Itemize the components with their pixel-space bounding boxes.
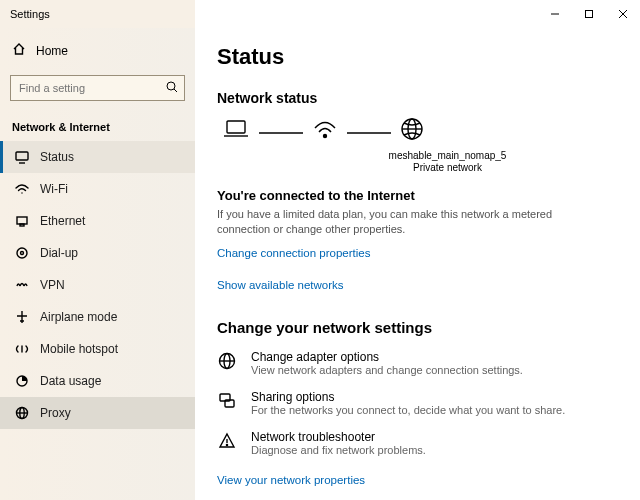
- window-controls: [538, 0, 640, 28]
- network-status-heading: Network status: [217, 90, 618, 106]
- wifi-signal-icon: [311, 117, 339, 145]
- view-properties-link[interactable]: View your network properties: [217, 474, 365, 486]
- proxy-icon: [14, 405, 30, 421]
- connected-heading: You're connected to the Internet: [217, 188, 618, 203]
- vpn-icon: [14, 277, 30, 293]
- home-label: Home: [36, 44, 68, 58]
- network-name: meshable_main_nomap_5: [277, 150, 618, 162]
- option-desc: For the networks you connect to, decide …: [251, 404, 565, 416]
- option-label: Network troubleshooter: [251, 430, 426, 444]
- sidebar-item-label: Proxy: [40, 406, 71, 420]
- search-icon: [165, 80, 179, 98]
- sidebar-item-hotspot[interactable]: Mobile hotspot: [0, 333, 195, 365]
- title-bar: Settings: [0, 0, 640, 28]
- sidebar-item-airplane[interactable]: Airplane mode: [0, 301, 195, 333]
- svg-rect-6: [16, 152, 28, 160]
- svg-point-4: [167, 82, 175, 90]
- sidebar-item-wifi[interactable]: Wi-Fi: [0, 173, 195, 205]
- laptop-icon: [221, 117, 251, 145]
- sidebar-item-vpn[interactable]: VPN: [0, 269, 195, 301]
- sidebar-item-label: Dial-up: [40, 246, 78, 260]
- troubleshoot-icon: [217, 430, 239, 456]
- sidebar-item-label: Airplane mode: [40, 310, 117, 324]
- adapter-icon: [217, 350, 239, 376]
- svg-rect-8: [17, 217, 27, 224]
- svg-line-5: [174, 89, 177, 92]
- change-connection-link[interactable]: Change connection properties: [217, 247, 370, 259]
- svg-rect-16: [227, 121, 245, 133]
- svg-point-11: [21, 252, 24, 255]
- sidebar-item-label: Mobile hotspot: [40, 342, 118, 356]
- close-button[interactable]: [606, 0, 640, 28]
- option-sharing[interactable]: Sharing options For the networks you con…: [217, 390, 618, 416]
- sidebar-item-label: Data usage: [40, 374, 101, 388]
- option-label: Change adapter options: [251, 350, 523, 364]
- home-button[interactable]: Home: [0, 36, 195, 65]
- sidebar-item-status[interactable]: Status: [0, 141, 195, 173]
- sidebar: Home Network & Internet Status Wi-Fi Eth: [0, 28, 195, 500]
- page-title: Status: [217, 44, 618, 70]
- network-type: Private network: [277, 162, 618, 174]
- home-icon: [12, 42, 26, 59]
- svg-rect-9: [20, 224, 24, 226]
- ethernet-icon: [14, 213, 30, 229]
- option-troubleshooter[interactable]: Network troubleshooter Diagnose and fix …: [217, 430, 618, 456]
- sharing-icon: [217, 390, 239, 416]
- sidebar-item-datausage[interactable]: Data usage: [0, 365, 195, 397]
- option-desc: View network adapters and change connect…: [251, 364, 523, 376]
- svg-point-30: [226, 444, 227, 445]
- window-title: Settings: [10, 8, 50, 20]
- connection-line-icon: [259, 122, 303, 140]
- sidebar-section-heading: Network & Internet: [0, 115, 195, 141]
- show-networks-link[interactable]: Show available networks: [217, 279, 344, 291]
- globe-icon: [399, 116, 425, 146]
- sidebar-item-label: Status: [40, 150, 74, 164]
- sidebar-item-dialup[interactable]: Dial-up: [0, 237, 195, 269]
- minimize-button[interactable]: [538, 0, 572, 28]
- option-label: Sharing options: [251, 390, 565, 404]
- option-adapter[interactable]: Change adapter options View network adap…: [217, 350, 618, 376]
- sidebar-item-label: VPN: [40, 278, 65, 292]
- datausage-icon: [14, 373, 30, 389]
- svg-rect-1: [586, 11, 593, 18]
- sidebar-item-label: Wi-Fi: [40, 182, 68, 196]
- content-area: Status Network status meshable_main_noma…: [195, 28, 640, 500]
- airplane-icon: [14, 309, 30, 325]
- hotspot-icon: [14, 341, 30, 357]
- change-settings-heading: Change your network settings: [217, 319, 618, 336]
- connected-description: If you have a limited data plan, you can…: [217, 207, 557, 237]
- svg-point-19: [324, 135, 327, 138]
- sidebar-item-ethernet[interactable]: Ethernet: [0, 205, 195, 237]
- option-desc: Diagnose and fix network problems.: [251, 444, 426, 456]
- dialup-icon: [14, 245, 30, 261]
- wifi-icon: [14, 181, 30, 197]
- sidebar-item-label: Ethernet: [40, 214, 85, 228]
- svg-point-10: [17, 248, 27, 258]
- network-diagram: [221, 116, 618, 146]
- status-icon: [14, 149, 30, 165]
- search-input[interactable]: [10, 75, 185, 101]
- sidebar-item-proxy[interactable]: Proxy: [0, 397, 195, 429]
- connection-line-icon: [347, 122, 391, 140]
- maximize-button[interactable]: [572, 0, 606, 28]
